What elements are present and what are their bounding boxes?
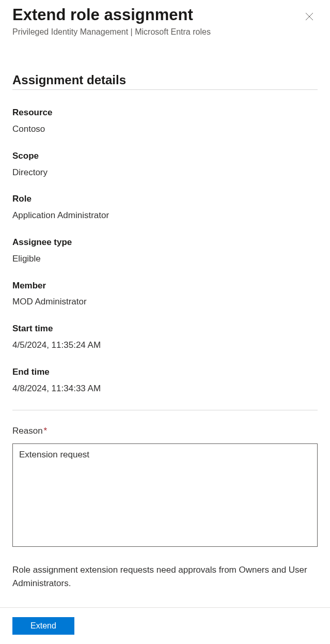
detail-assignee-type: Assignee type Eligible (12, 236, 318, 265)
reason-label-text: Reason (12, 426, 43, 436)
required-indicator: * (44, 426, 48, 436)
detail-value-assignee-type: Eligible (12, 253, 318, 265)
extend-role-panel: Extend role assignment Privileged Identi… (0, 0, 330, 590)
detail-scope: Scope Directory (12, 150, 318, 179)
info-text: Role assignment extension requests need … (12, 563, 318, 590)
panel-title: Extend role assignment (12, 5, 301, 24)
reason-input[interactable] (12, 443, 318, 547)
detail-value-member: MOD Administrator (12, 296, 318, 308)
detail-label-resource: Resource (12, 106, 318, 119)
detail-role: Role Application Administrator (12, 193, 318, 222)
detail-member: Member MOD Administrator (12, 280, 318, 309)
detail-label-start-time: Start time (12, 323, 318, 335)
divider (12, 410, 318, 410)
extend-button[interactable]: Extend (12, 617, 74, 635)
reason-group: Reason* (12, 426, 318, 549)
section-title: Assignment details (12, 73, 318, 90)
detail-label-member: Member (12, 280, 318, 292)
close-icon (305, 14, 313, 22)
panel-subtitle: Privileged Identity Management | Microso… (12, 27, 301, 37)
detail-label-role: Role (12, 193, 318, 205)
detail-value-resource: Contoso (12, 123, 318, 135)
header-text: Extend role assignment Privileged Identi… (12, 5, 301, 37)
detail-end-time: End time 4/8/2024, 11:34:33 AM (12, 366, 318, 395)
detail-start-time: Start time 4/5/2024, 11:35:24 AM (12, 323, 318, 351)
detail-resource: Resource Contoso (12, 106, 318, 135)
detail-label-end-time: End time (12, 366, 318, 378)
detail-label-scope: Scope (12, 150, 318, 162)
panel-header: Extend role assignment Privileged Identi… (12, 5, 318, 37)
close-button[interactable] (301, 8, 318, 26)
panel-footer: Extend (0, 607, 330, 644)
detail-value-scope: Directory (12, 166, 318, 179)
detail-label-assignee-type: Assignee type (12, 236, 318, 249)
detail-value-start-time: 4/5/2024, 11:35:24 AM (12, 339, 318, 351)
detail-value-end-time: 4/8/2024, 11:34:33 AM (12, 382, 318, 395)
reason-label: Reason* (12, 426, 47, 436)
detail-value-role: Application Administrator (12, 209, 318, 222)
